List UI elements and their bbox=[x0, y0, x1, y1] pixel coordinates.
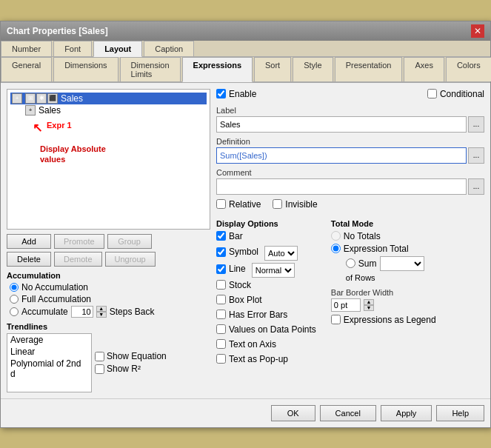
expand-icon[interactable]: + bbox=[12, 93, 22, 104]
error-bars-check[interactable]: Has Error Bars bbox=[216, 310, 316, 320]
definition-input[interactable] bbox=[216, 147, 467, 164]
text-on-axis-input[interactable] bbox=[216, 339, 226, 349]
spin-up[interactable]: ▲ bbox=[96, 306, 107, 312]
sum-radio[interactable]: Sum bbox=[346, 258, 377, 269]
comment-btn[interactable]: ... bbox=[468, 178, 484, 195]
invisible-input[interactable] bbox=[273, 199, 282, 209]
tab-caption[interactable]: Caption bbox=[144, 41, 194, 56]
line-check[interactable]: Line bbox=[216, 264, 246, 274]
radio-accumulate[interactable]: Accumulate ▲ ▼ Steps Back bbox=[10, 306, 210, 318]
text-as-popup-check[interactable]: Text as Pop-up bbox=[216, 354, 316, 364]
apply-button[interactable]: Apply bbox=[381, 405, 432, 421]
sub-expand-icon[interactable]: + bbox=[25, 105, 36, 116]
promote-button[interactable]: Promote bbox=[54, 234, 104, 249]
symbol-select[interactable]: Auto bbox=[264, 246, 298, 261]
trend-average[interactable]: Average bbox=[7, 334, 91, 346]
comment-field-row: ... bbox=[216, 178, 484, 195]
bar-border-title: Bar Border Width bbox=[331, 288, 436, 297]
radio-no-accumulation-input[interactable] bbox=[10, 283, 19, 292]
relative-input[interactable] bbox=[216, 199, 226, 209]
radio-full-accumulation[interactable]: Full Accumulation bbox=[10, 294, 210, 304]
tab-axes[interactable]: Axes bbox=[404, 57, 444, 81]
expression-tree[interactable]: + ⊞ ✱ ⬛ Sales + Sales ↖ bbox=[7, 89, 210, 230]
tab-general[interactable]: General bbox=[1, 57, 52, 81]
definition-btn[interactable]: ... bbox=[468, 147, 484, 164]
line-input[interactable] bbox=[216, 264, 226, 274]
expr-total-input[interactable] bbox=[331, 244, 341, 253]
expr-legend-input[interactable] bbox=[331, 315, 341, 324]
text-on-axis-check[interactable]: Text on Axis bbox=[216, 339, 316, 350]
demote-button[interactable]: Demote bbox=[54, 252, 102, 267]
sum-select[interactable] bbox=[380, 256, 424, 271]
tab-number[interactable]: Number bbox=[1, 41, 52, 56]
bar-check[interactable]: Bar bbox=[216, 231, 316, 241]
label-input[interactable] bbox=[216, 116, 467, 133]
radio-no-accumulation[interactable]: No Accumulation bbox=[10, 282, 210, 292]
tab-presentation[interactable]: Presentation bbox=[335, 57, 403, 81]
no-totals-radio[interactable]: No Totals bbox=[331, 231, 436, 241]
bar-border-input[interactable] bbox=[331, 298, 361, 312]
ok-button[interactable]: OK bbox=[271, 405, 315, 421]
no-totals-input[interactable] bbox=[331, 231, 341, 241]
values-on-data-check[interactable]: Values on Data Points bbox=[216, 324, 316, 335]
expr-root-item[interactable]: + ⊞ ✱ ⬛ Sales bbox=[10, 93, 207, 104]
tab-sort[interactable]: Sort bbox=[254, 57, 291, 81]
add-button[interactable]: Add bbox=[7, 234, 51, 249]
bar-input[interactable] bbox=[216, 231, 226, 241]
spin-down[interactable]: ▼ bbox=[96, 312, 107, 318]
cancel-button[interactable]: Cancel bbox=[320, 405, 376, 421]
accumulation-title: Accumulation bbox=[7, 271, 210, 280]
trend-polynomial[interactable]: Polynomial of 2nd d bbox=[7, 358, 91, 380]
steps-input[interactable] bbox=[71, 306, 93, 318]
conditional-input[interactable] bbox=[427, 89, 437, 98]
expr-legend-check[interactable]: Expressions as Legend bbox=[331, 315, 436, 325]
tab-font[interactable]: Font bbox=[53, 41, 92, 56]
enable-check[interactable]: Enable bbox=[216, 89, 256, 99]
text-as-popup-input[interactable] bbox=[216, 354, 226, 364]
radio-accumulate-input[interactable] bbox=[10, 307, 19, 316]
help-button[interactable]: Help bbox=[436, 405, 484, 421]
expr1-arrow-area: ↖ Expr 1 bbox=[33, 121, 207, 135]
tab-layout[interactable]: Layout bbox=[93, 41, 142, 57]
box-plot-input[interactable] bbox=[216, 295, 226, 304]
tab-colors[interactable]: Colors bbox=[446, 57, 491, 81]
values-on-data-input[interactable] bbox=[216, 324, 226, 334]
delete-button[interactable]: Delete bbox=[7, 252, 51, 267]
show-equation-check[interactable]: Show Equation bbox=[95, 351, 167, 361]
tab-expressions[interactable]: Expressions bbox=[182, 57, 253, 82]
sum-input[interactable] bbox=[346, 258, 355, 268]
relative-check[interactable]: Relative bbox=[216, 199, 261, 210]
symbol-check[interactable]: Symbol bbox=[216, 247, 258, 257]
radio-full-accumulation-input[interactable] bbox=[10, 295, 19, 304]
tab-dimension-limits[interactable]: Dimension Limits bbox=[120, 57, 181, 81]
expr-icon-2[interactable]: ✱ bbox=[36, 93, 47, 104]
expr-icon-3[interactable]: ⬛ bbox=[47, 93, 58, 104]
bar-spin-down[interactable]: ▼ bbox=[364, 305, 374, 311]
trend-linear[interactable]: Linear bbox=[7, 346, 91, 358]
show-r2-input[interactable] bbox=[95, 364, 104, 374]
line-select[interactable]: Normal bbox=[252, 263, 295, 278]
bar-spin-up[interactable]: ▲ bbox=[364, 299, 374, 305]
tab-style[interactable]: Style bbox=[293, 57, 333, 81]
show-equation-input[interactable] bbox=[95, 352, 104, 361]
enable-input[interactable] bbox=[216, 89, 226, 98]
group-button[interactable]: Group bbox=[107, 234, 152, 249]
bar-border-section: Bar Border Width ▲ ▼ bbox=[331, 288, 436, 312]
symbol-input[interactable] bbox=[216, 247, 226, 257]
comment-input[interactable] bbox=[216, 178, 467, 195]
expr-sales-item[interactable]: + Sales bbox=[24, 104, 207, 116]
conditional-check[interactable]: Conditional bbox=[427, 89, 484, 99]
show-r2-check[interactable]: Show R² bbox=[95, 364, 167, 374]
stock-check[interactable]: Stock bbox=[216, 280, 316, 290]
stock-input[interactable] bbox=[216, 280, 226, 290]
close-button[interactable]: ✕ bbox=[471, 24, 484, 38]
box-plot-check[interactable]: Box Plot bbox=[216, 295, 316, 305]
expr-icon-1[interactable]: ⊞ bbox=[25, 93, 36, 104]
tab-dimensions[interactable]: Dimensions bbox=[53, 57, 118, 81]
invisible-check[interactable]: Invisible bbox=[273, 199, 317, 210]
ungroup-button[interactable]: Ungroup bbox=[105, 252, 156, 267]
expr-total-radio[interactable]: Expression Total bbox=[331, 244, 436, 254]
trend-list[interactable]: Average Linear Polynomial of 2nd d bbox=[7, 333, 92, 392]
label-btn[interactable]: ... bbox=[468, 116, 484, 133]
error-bars-input[interactable] bbox=[216, 310, 226, 319]
